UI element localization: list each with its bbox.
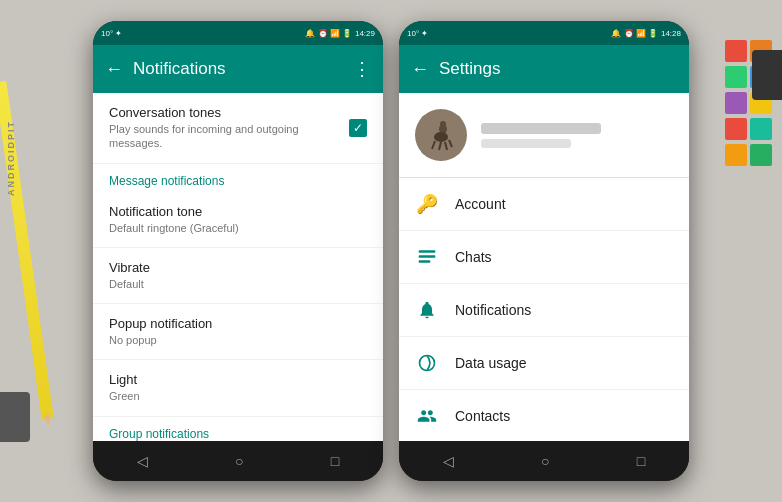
profile-info xyxy=(481,123,673,148)
conversation-tones-title: Conversation tones xyxy=(109,105,349,120)
menu-item-data-usage[interactable]: Data usage xyxy=(399,337,689,390)
app-bar-1: ← Notifications ⋮ xyxy=(93,45,383,93)
light-title: Light xyxy=(109,372,367,387)
svg-point-11 xyxy=(420,356,435,371)
chats-label: Chats xyxy=(455,249,492,265)
account-icon: 🔑 xyxy=(415,192,439,216)
profile-name xyxy=(481,123,601,134)
nav-bar-2: ◁ ○ □ xyxy=(399,441,689,481)
back-button-2[interactable]: ← xyxy=(411,59,429,80)
nav-recent-1[interactable]: □ xyxy=(331,453,339,469)
menu-item-account[interactable]: 🔑 Account xyxy=(399,178,689,231)
conversation-tones-checkbox[interactable] xyxy=(349,119,367,137)
notification-tone-title: Notification tone xyxy=(109,204,367,219)
status-battery-1: 🔔 ⏰ 📶 🔋 xyxy=(305,29,352,38)
contacts-label: Contacts xyxy=(455,408,510,424)
block-10 xyxy=(750,144,772,166)
account-label: Account xyxy=(455,196,506,212)
menu-item-notifications[interactable]: Notifications xyxy=(399,284,689,337)
conversation-tones-item[interactable]: Conversation tones Play sounds for incom… xyxy=(93,93,383,164)
status-signal-2: 10° ✦ xyxy=(407,29,428,38)
status-right-2: 🔔 ⏰ 📶 🔋 14:28 xyxy=(611,29,681,38)
popup-notification-subtitle: No popup xyxy=(109,333,367,347)
block-9 xyxy=(725,144,747,166)
svg-rect-9 xyxy=(419,255,436,258)
message-notifications-header: Message notifications xyxy=(93,164,383,192)
back-button-1[interactable]: ← xyxy=(105,59,123,80)
svg-rect-10 xyxy=(419,260,431,263)
block-1 xyxy=(725,40,747,62)
binder-clip-right xyxy=(752,50,782,100)
block-3 xyxy=(725,66,747,88)
phone-settings: 10° ✦ 🔔 ⏰ 📶 🔋 14:28 ← Settings xyxy=(399,21,689,481)
nav-home-1[interactable]: ○ xyxy=(235,453,243,469)
nav-bar-1: ◁ ○ □ xyxy=(93,441,383,481)
profile-status xyxy=(481,139,571,148)
status-right-1: 🔔 ⏰ 📶 🔋 14:29 xyxy=(305,29,375,38)
avatar xyxy=(415,109,467,161)
binder-clip-left xyxy=(0,392,30,442)
app-bar-2: ← Settings xyxy=(399,45,689,93)
data-usage-icon xyxy=(415,351,439,375)
contacts-icon xyxy=(415,404,439,428)
vibrate-title: Vibrate xyxy=(109,260,367,275)
nav-recent-2[interactable]: □ xyxy=(637,453,645,469)
notifications-screen: Conversation tones Play sounds for incom… xyxy=(93,93,383,441)
popup-notification-title: Popup notification xyxy=(109,316,367,331)
key-icon: 🔑 xyxy=(416,193,438,215)
nav-back-1[interactable]: ◁ xyxy=(137,453,148,469)
data-usage-label: Data usage xyxy=(455,355,527,371)
block-5 xyxy=(725,92,747,114)
app-bar-title-2: Settings xyxy=(439,59,677,79)
notification-tone-item[interactable]: Notification tone Default ringtone (Grac… xyxy=(93,192,383,248)
conversation-tones-subtitle: Play sounds for incoming and outgoing me… xyxy=(109,122,349,151)
phones-wrapper: 10° ✦ 🔔 ⏰ 📶 🔋 14:29 ← Notifications ⋮ Co… xyxy=(93,21,689,481)
status-left-1: 10° ✦ xyxy=(101,29,122,38)
phone-notifications: 10° ✦ 🔔 ⏰ 📶 🔋 14:29 ← Notifications ⋮ Co… xyxy=(93,21,383,481)
svg-rect-8 xyxy=(419,250,436,253)
nav-home-2[interactable]: ○ xyxy=(541,453,549,469)
status-signal-1: 10° ✦ xyxy=(101,29,122,38)
status-bar-1: 10° ✦ 🔔 ⏰ 📶 🔋 14:29 xyxy=(93,21,383,45)
block-7 xyxy=(725,118,747,140)
more-button-1[interactable]: ⋮ xyxy=(353,58,371,80)
status-time-2: 14:28 xyxy=(661,29,681,38)
light-item[interactable]: Light Green xyxy=(93,360,383,416)
app-bar-title-1: Notifications xyxy=(133,59,343,79)
chats-icon xyxy=(415,245,439,269)
notifications-label: Notifications xyxy=(455,302,531,318)
notification-tone-subtitle: Default ringtone (Graceful) xyxy=(109,221,367,235)
svg-point-3 xyxy=(434,132,448,142)
status-icons-2: 🔔 ⏰ 📶 🔋 xyxy=(611,29,658,38)
menu-item-chats[interactable]: Chats xyxy=(399,231,689,284)
svg-point-2 xyxy=(440,121,446,127)
status-left-2: 10° ✦ xyxy=(407,29,428,38)
nav-back-2[interactable]: ◁ xyxy=(443,453,454,469)
vibrate-subtitle: Default xyxy=(109,277,367,291)
settings-screen: 🔑 Account Chats xyxy=(399,93,689,441)
block-8 xyxy=(750,118,772,140)
vibrate-item[interactable]: Vibrate Default xyxy=(93,248,383,304)
light-subtitle: Green xyxy=(109,389,367,403)
status-bar-2: 10° ✦ 🔔 ⏰ 📶 🔋 14:28 xyxy=(399,21,689,45)
group-notifications-header: Group notifications xyxy=(93,417,383,441)
popup-notification-item[interactable]: Popup notification No popup xyxy=(93,304,383,360)
profile-section[interactable] xyxy=(399,93,689,178)
menu-item-contacts[interactable]: Contacts xyxy=(399,390,689,441)
notifications-icon xyxy=(415,298,439,322)
status-time-1: 14:29 xyxy=(355,29,375,38)
androidpit-label: ANDROIDPIT xyxy=(6,120,16,196)
